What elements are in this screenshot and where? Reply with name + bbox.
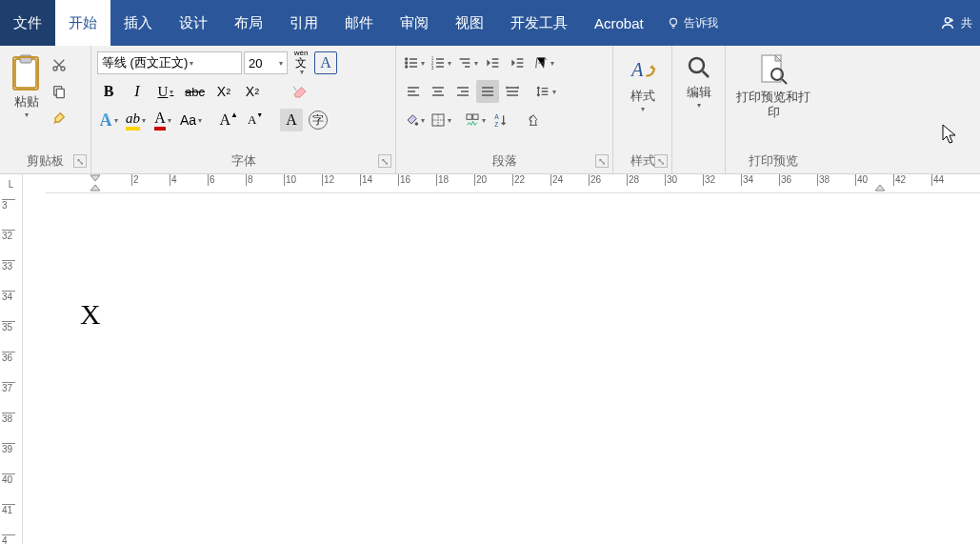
underline-button[interactable]: U	[154, 80, 177, 103]
strikethrough-button[interactable]: abc	[183, 80, 207, 103]
lightbulb-icon	[667, 16, 680, 30]
ruler-vertical[interactable]: 3323334353637383940414	[0, 193, 23, 544]
numbering-icon: 123	[430, 55, 446, 71]
italic-button[interactable]: I	[126, 80, 149, 103]
font-size-combobox[interactable]: 20▾	[244, 51, 288, 74]
align-center-button[interactable]	[427, 80, 450, 103]
tab-mailings[interactable]: 邮件	[331, 0, 387, 46]
snap-to-grid-button[interactable]	[463, 109, 488, 131]
tab-acrobat[interactable]: Acrobat	[581, 0, 657, 46]
tab-references[interactable]: 引用	[276, 0, 331, 46]
shading-button[interactable]	[402, 109, 427, 131]
ruler-h-mark: 14	[360, 174, 372, 186]
asian-icon	[533, 55, 549, 71]
ruler-h-mark: 12	[322, 174, 334, 186]
tab-layout[interactable]: 布局	[221, 0, 276, 46]
font-name-value: 等线 (西文正文)	[102, 54, 188, 71]
align-right-button[interactable]	[451, 80, 474, 103]
increase-indent-button[interactable]	[507, 51, 530, 74]
group-font-label: 字体	[97, 151, 390, 173]
ruler-horizontal[interactable]: 2468101214161820222426283032343638404244	[46, 174, 980, 193]
ruler-v-mark: 34	[2, 291, 15, 302]
group-printpreview: 打印预览和打印 打印预览	[726, 46, 821, 173]
tab-developer[interactable]: 开发工具	[497, 0, 581, 46]
format-painter-button[interactable]	[48, 107, 70, 130]
svg-point-10	[406, 62, 408, 64]
grid-icon	[465, 112, 480, 128]
clear-formatting-button[interactable]	[289, 80, 311, 103]
shrink-font-button[interactable]: A▼	[244, 109, 267, 131]
ruler-h-mark: 10	[284, 174, 296, 186]
ruler-v-mark: 39	[2, 443, 15, 454]
character-border-button[interactable]: A	[314, 51, 337, 74]
justify-button[interactable]	[476, 80, 499, 103]
font-name-combobox[interactable]: 等线 (西文正文)	[97, 51, 242, 74]
enclose-char-button[interactable]: 字	[307, 109, 330, 131]
paragraph-dialog-launcher[interactable]: ⤡	[595, 154, 609, 168]
bullets-button[interactable]	[402, 51, 427, 74]
ruler-h-mark: 18	[436, 174, 449, 186]
phonetic-guide-button[interactable]: wén文	[290, 51, 312, 74]
char-shading-button[interactable]: A	[280, 109, 303, 131]
document-page[interactable]: X	[23, 193, 980, 544]
indent-icon	[510, 55, 526, 71]
grow-font-button[interactable]: A▲	[217, 109, 240, 131]
tab-file[interactable]: 文件	[0, 0, 55, 46]
superscript-button[interactable]: X2	[241, 80, 264, 103]
styles-dialog-launcher[interactable]: ⤡	[654, 154, 668, 168]
tab-design[interactable]: 设计	[166, 0, 221, 46]
ruler-h-mark: 40	[855, 174, 868, 186]
align-left-button[interactable]	[402, 80, 425, 103]
document-content[interactable]: X	[80, 298, 101, 331]
asian-layout-button[interactable]	[531, 51, 556, 74]
ruler-v-mark: 37	[2, 382, 15, 393]
group-font: 等线 (西文正文) 20▾ wén文 A B I U abc X2 X2 A a…	[91, 46, 396, 173]
share-area[interactable]: 共	[932, 0, 980, 46]
svg-point-9	[406, 58, 408, 60]
pilcrow-icon	[526, 112, 541, 128]
font-dialog-launcher[interactable]: ⤡	[378, 154, 391, 168]
numbering-button[interactable]: 123	[429, 51, 453, 74]
highlight-button[interactable]: ab	[124, 109, 148, 131]
clipboard-dialog-launcher[interactable]: ⤡	[73, 154, 87, 168]
copy-button[interactable]	[48, 80, 70, 103]
text-effects-button[interactable]: A	[97, 109, 120, 131]
ruler-v-mark: 3	[2, 199, 15, 211]
line-spacing-button[interactable]	[533, 80, 558, 103]
clipboard-icon	[11, 53, 42, 91]
borders-button[interactable]	[429, 109, 453, 131]
ruler-h-mark: 24	[550, 174, 563, 186]
paste-button[interactable]: 粘贴 ▾	[6, 50, 48, 151]
left-indent-marker[interactable]	[90, 174, 101, 191]
svg-text:A: A	[630, 59, 644, 80]
paint-bucket-icon	[404, 112, 419, 128]
subscript-button[interactable]: X2	[212, 80, 235, 103]
tab-selector[interactable]: L	[0, 174, 23, 193]
ruler-h-mark: 38	[817, 174, 830, 186]
font-color-button[interactable]: A	[151, 109, 174, 131]
multilevel-list-button[interactable]	[455, 51, 480, 74]
bold-button[interactable]: B	[97, 80, 120, 103]
tab-insert[interactable]: 插入	[110, 0, 166, 46]
sort-button[interactable]: AZ	[490, 109, 512, 131]
cut-button[interactable]	[48, 53, 70, 76]
decrease-indent-button[interactable]	[482, 51, 505, 74]
print-preview-button[interactable]: 打印预览和打印	[731, 50, 815, 151]
ruler-h-mark: 28	[627, 174, 639, 186]
tell-me[interactable]: 告诉我	[667, 0, 718, 46]
show-marks-button[interactable]	[522, 109, 545, 131]
change-case-button[interactable]: Aa	[178, 109, 204, 131]
ruler-v-mark: 32	[2, 230, 15, 241]
styles-button[interactable]: A 样式 ▾	[619, 50, 666, 151]
borders-icon	[430, 112, 446, 128]
right-indent-marker[interactable]	[874, 174, 886, 191]
svg-point-15	[415, 123, 418, 126]
ruler-h-mark: 2	[131, 174, 139, 186]
tab-view[interactable]: 视图	[442, 0, 497, 46]
tab-home[interactable]: 开始	[55, 0, 110, 46]
title-bar: 文件 开始 插入 设计 布局 引用 邮件 审阅 视图 开发工具 Acrobat …	[0, 0, 980, 46]
editing-button[interactable]: 编辑 ▾	[678, 50, 720, 153]
tab-review[interactable]: 审阅	[387, 0, 442, 46]
distributed-button[interactable]	[501, 80, 524, 103]
group-paragraph-label: 段落	[402, 151, 607, 173]
